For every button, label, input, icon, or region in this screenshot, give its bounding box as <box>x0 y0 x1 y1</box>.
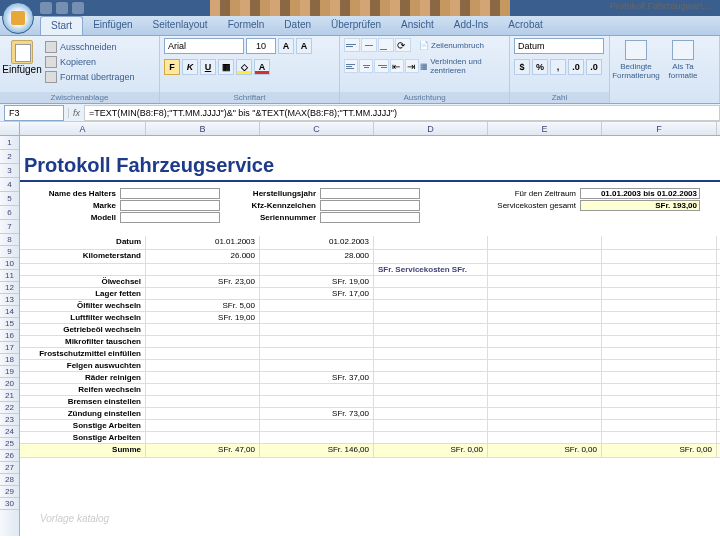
table-row[interactable]: Frostschutzmittel einfüllen <box>20 348 720 360</box>
number-format-select[interactable] <box>514 38 604 54</box>
input-marke[interactable] <box>120 200 220 211</box>
cell[interactable] <box>146 396 260 407</box>
table-row[interactable]: Sonstige Arbeiten <box>20 420 720 432</box>
decrease-decimal-button[interactable]: .0 <box>586 59 602 75</box>
indent-increase-button[interactable]: ⇥ <box>405 59 419 73</box>
cell[interactable] <box>374 432 488 443</box>
cell[interactable] <box>146 348 260 359</box>
shrink-font-button[interactable]: A <box>296 38 312 54</box>
input-halter[interactable] <box>120 188 220 199</box>
cell[interactable] <box>260 420 374 431</box>
cell[interactable] <box>488 336 602 347</box>
cell[interactable] <box>374 384 488 395</box>
table-row[interactable]: Mikrofilter tauschen <box>20 336 720 348</box>
input-modell[interactable] <box>120 212 220 223</box>
cell[interactable] <box>488 312 602 323</box>
col-header-e[interactable]: E <box>488 122 602 135</box>
row-header-18[interactable]: 18 <box>0 354 19 366</box>
cell[interactable] <box>374 336 488 347</box>
bold-button[interactable]: F <box>164 59 180 75</box>
cell[interactable] <box>146 288 260 299</box>
orientation-button[interactable]: ⟳ <box>395 38 411 52</box>
cell[interactable] <box>260 300 374 311</box>
table-row[interactable]: Lager fettenSFr. 17,00 <box>20 288 720 300</box>
row-header-22[interactable]: 22 <box>0 402 19 414</box>
cell[interactable] <box>146 384 260 395</box>
conditional-formatting-button[interactable]: Bedingte Formatierung <box>614 38 658 82</box>
cell[interactable] <box>488 384 602 395</box>
cell[interactable] <box>488 288 602 299</box>
cell[interactable] <box>260 432 374 443</box>
tab-data[interactable]: Daten <box>274 16 321 35</box>
row-header-29[interactable]: 29 <box>0 486 19 498</box>
increase-decimal-button[interactable]: .0 <box>568 59 584 75</box>
row-header-6[interactable]: 6 <box>0 206 19 220</box>
indent-decrease-button[interactable]: ⇤ <box>390 59 404 73</box>
table-row[interactable]: Räder reinigenSFr. 37,00 <box>20 372 720 384</box>
row-header-27[interactable]: 27 <box>0 462 19 474</box>
cell[interactable]: SFr. 19,00 <box>260 276 374 287</box>
italic-button[interactable]: K <box>182 59 198 75</box>
copy-button[interactable]: Kopieren <box>43 55 137 69</box>
row-header-23[interactable]: 23 <box>0 414 19 426</box>
cell[interactable] <box>602 288 717 299</box>
wrap-text-button[interactable]: 📄Zeilenumbruch <box>419 41 484 50</box>
col-header-c[interactable]: C <box>260 122 374 135</box>
cell[interactable] <box>488 396 602 407</box>
cell[interactable] <box>602 360 717 371</box>
table-row[interactable]: Ölfilter wechselnSFr. 5,00 <box>20 300 720 312</box>
cell[interactable] <box>374 420 488 431</box>
cell[interactable] <box>374 360 488 371</box>
cell[interactable] <box>488 408 602 419</box>
cell[interactable] <box>488 372 602 383</box>
cell[interactable] <box>488 420 602 431</box>
cell[interactable]: SFr. 146,00 <box>260 444 374 457</box>
cell[interactable] <box>602 312 717 323</box>
cell[interactable] <box>488 324 602 335</box>
cell[interactable]: SFr. 23,00 <box>146 276 260 287</box>
row-header-15[interactable]: 15 <box>0 318 19 330</box>
cell[interactable] <box>374 348 488 359</box>
cell[interactable] <box>602 384 717 395</box>
cell[interactable] <box>146 432 260 443</box>
cell[interactable]: SFr. 73,00 <box>260 408 374 419</box>
merge-center-button[interactable]: ▦Verbinden und zentrieren <box>420 57 505 75</box>
paste-button[interactable]: Einfügen <box>4 38 40 77</box>
table-row[interactable]: Datum01.01.200301.02.2003 <box>20 236 720 250</box>
cell[interactable]: SFr. 5,00 <box>146 300 260 311</box>
table-row[interactable]: ÖlwechselSFr. 23,00SFr. 19,00 <box>20 276 720 288</box>
format-as-table-button[interactable]: Als Ta formatie <box>661 38 705 82</box>
cell[interactable]: SFr. 0,00 <box>488 444 602 457</box>
col-header-f[interactable]: F <box>602 122 717 135</box>
cell[interactable] <box>374 396 488 407</box>
cell[interactable] <box>146 360 260 371</box>
save-icon[interactable] <box>40 2 52 14</box>
office-button[interactable] <box>2 2 34 34</box>
col-header-b[interactable]: B <box>146 122 260 135</box>
table-row[interactable]: Reifen wechseln <box>20 384 720 396</box>
align-right-button[interactable] <box>374 59 388 73</box>
undo-icon[interactable] <box>56 2 68 14</box>
cell[interactable] <box>488 236 602 249</box>
cell[interactable] <box>260 360 374 371</box>
percent-button[interactable]: % <box>532 59 548 75</box>
input-serien[interactable] <box>320 212 420 223</box>
select-all-corner[interactable] <box>0 122 20 135</box>
cell[interactable] <box>374 372 488 383</box>
row-header-20[interactable]: 20 <box>0 378 19 390</box>
fill-color-button[interactable]: ◇ <box>236 59 252 75</box>
cell[interactable] <box>374 324 488 335</box>
cell[interactable] <box>146 324 260 335</box>
align-middle-button[interactable] <box>361 38 377 52</box>
cell[interactable] <box>602 420 717 431</box>
col-header-a[interactable]: A <box>20 122 146 135</box>
table-row[interactable]: Kilometerstand26.00028.000 <box>20 250 720 264</box>
comma-button[interactable]: , <box>550 59 566 75</box>
row-header-24[interactable]: 24 <box>0 426 19 438</box>
cell[interactable] <box>260 336 374 347</box>
row-header-12[interactable]: 12 <box>0 282 19 294</box>
cell[interactable] <box>260 324 374 335</box>
cell[interactable] <box>602 324 717 335</box>
tab-formulas[interactable]: Formeln <box>218 16 275 35</box>
fx-icon[interactable]: fx <box>68 108 84 118</box>
